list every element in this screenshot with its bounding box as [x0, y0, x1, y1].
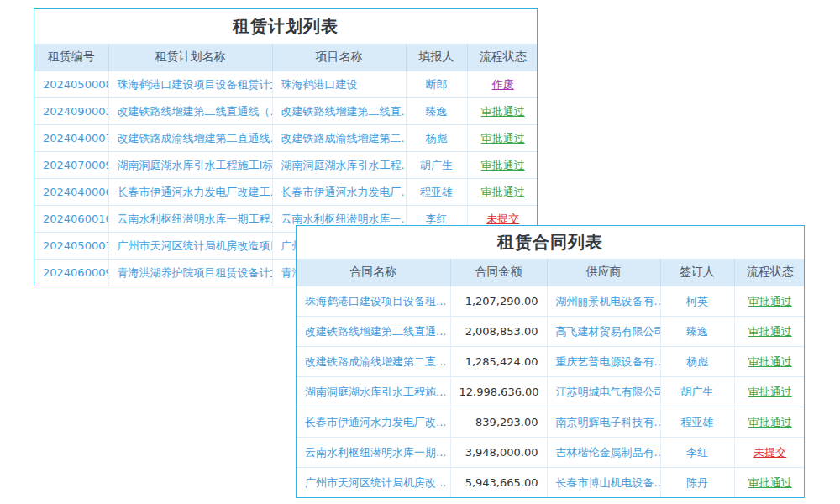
id-link[interactable]: 2024040007 [43, 132, 108, 144]
cell-signer[interactable]: 程亚雄 [660, 407, 734, 438]
name-link[interactable]: 云南水利枢纽潜明水库一期... [305, 446, 446, 459]
id-link[interactable]: 2024070009 [43, 159, 108, 171]
cell-plan[interactable]: 珠海鹤港口建设项目设备租赁计划 [108, 71, 272, 98]
status-link[interactable]: 审批通过 [481, 186, 525, 198]
project-link[interactable]: 改建铁路线增建第二线直... [281, 105, 407, 118]
reporter-link[interactable]: 李红 [426, 213, 448, 225]
plan-link[interactable]: 长春市伊通河水力发电厂改建工... [118, 186, 273, 198]
cell-plan[interactable]: 湖南洞庭湖水库引水工程施工I标... [108, 152, 272, 179]
cell-project[interactable]: 长春市伊通河水力发电厂... [272, 179, 406, 206]
cell-reporter[interactable]: 断郎 [406, 71, 467, 98]
cell-status[interactable]: 审批通过 [467, 98, 538, 125]
name-link[interactable]: 长春市伊通河水力发电厂改... [305, 416, 446, 428]
cell-supplier[interactable]: 重庆艺普电源设备有... [547, 347, 660, 377]
plan-link[interactable]: 云南水利枢纽潜明水库一期工程... [118, 213, 273, 225]
reporter-link[interactable]: 断郎 [426, 78, 448, 91]
plan-link[interactable]: 珠海鹤港口建设项目设备租赁计划 [118, 78, 273, 91]
cell-status[interactable]: 审批通过 [467, 152, 538, 179]
cell-supplier[interactable]: 湖州丽景机电设备有... [547, 286, 660, 317]
status-link[interactable]: 审批通过 [748, 386, 792, 398]
plan-link[interactable]: 青海洪湖养护院项目租赁设备计划 [118, 266, 273, 279]
signer-link[interactable]: 陈丹 [686, 476, 708, 489]
cell-supplier[interactable]: 高飞建材贸易有限公司 [547, 317, 660, 347]
cell-status[interactable]: 审批通过 [467, 179, 538, 206]
cell-reporter[interactable]: 臻逸 [406, 98, 467, 125]
status-link[interactable]: 审批通过 [481, 159, 525, 171]
plan-link[interactable]: 改建铁路线增建第二线直通线（... [118, 105, 273, 118]
cell-name[interactable]: 云南水利枢纽潜明水库一期... [297, 438, 450, 468]
status-link[interactable]: 审批通过 [748, 416, 792, 428]
project-link[interactable]: 云南水利枢纽潜明水库一... [281, 213, 407, 225]
signer-link[interactable]: 杨彪 [686, 355, 708, 368]
signer-link[interactable]: 李红 [686, 446, 708, 459]
cell-name[interactable]: 湖南洞庭湖水库引水工程施... [297, 377, 450, 407]
cell-project[interactable]: 珠海鹤港口建设 [272, 71, 406, 98]
name-link[interactable]: 改建铁路线增建第二线直通... [305, 325, 446, 338]
signer-link[interactable]: 臻逸 [686, 325, 708, 338]
id-link[interactable]: 2024050008 [43, 78, 108, 91]
id-link[interactable]: 2024050007 [43, 239, 108, 252]
cell-status[interactable]: 审批通过 [734, 407, 805, 438]
status-link[interactable]: 作废 [492, 78, 514, 91]
cell-id[interactable]: 2024090003 [34, 98, 108, 125]
supplier-link[interactable]: 江苏明城电气有限公司 [556, 386, 661, 398]
cell-signer[interactable]: 陈丹 [660, 468, 734, 498]
cell-supplier[interactable]: 南京明辉电子科技有... [547, 407, 660, 438]
id-link[interactable]: 2024090003 [43, 105, 108, 118]
cell-plan[interactable]: 云南水利枢纽潜明水库一期工程... [108, 206, 272, 233]
supplier-link[interactable]: 吉林楷伦金属制品有... [556, 446, 661, 459]
status-link[interactable]: 审批通过 [748, 325, 792, 338]
cell-name[interactable]: 珠海鹤港口建设项目设备租... [297, 286, 450, 317]
cell-id[interactable]: 2024060010 [34, 206, 108, 233]
cell-plan[interactable]: 改建铁路线增建第二线直通线（... [108, 98, 272, 125]
cell-reporter[interactable]: 胡广生 [406, 152, 467, 179]
project-link[interactable]: 珠海鹤港口建设 [281, 78, 358, 91]
reporter-link[interactable]: 杨彪 [426, 132, 448, 144]
cell-signer[interactable]: 杨彪 [660, 347, 734, 377]
project-link[interactable]: 湖南洞庭湖水库引水工程... [281, 159, 407, 171]
cell-plan[interactable]: 广州市天河区统计局机房改造项目 [108, 233, 272, 260]
cell-signer[interactable]: 李红 [660, 438, 734, 468]
cell-id[interactable]: 2024070009 [34, 152, 108, 179]
project-link[interactable]: 改建铁路成渝线增建第二... [281, 132, 407, 144]
supplier-link[interactable]: 湖州丽景机电设备有... [556, 295, 661, 307]
cell-signer[interactable]: 胡广生 [660, 377, 734, 407]
cell-id[interactable]: 2024050008 [34, 71, 108, 98]
cell-reporter[interactable]: 程亚雄 [406, 179, 467, 206]
cell-supplier[interactable]: 吉林楷伦金属制品有... [547, 438, 660, 468]
id-link[interactable]: 2024040006 [43, 186, 108, 198]
status-link[interactable]: 未提交 [753, 446, 786, 459]
status-link[interactable]: 未提交 [486, 213, 519, 225]
cell-plan[interactable]: 长春市伊通河水力发电厂改建工... [108, 179, 272, 206]
status-link[interactable]: 审批通过 [748, 355, 792, 368]
cell-name[interactable]: 改建铁路成渝线增建第二直... [297, 347, 450, 377]
cell-status[interactable]: 作废 [467, 71, 538, 98]
signer-link[interactable]: 胡广生 [681, 386, 714, 398]
status-link[interactable]: 审批通过 [748, 476, 792, 489]
cell-name[interactable]: 长春市伊通河水力发电厂改... [297, 407, 450, 438]
plan-link[interactable]: 广州市天河区统计局机房改造项目 [118, 239, 273, 252]
status-link[interactable]: 审批通过 [748, 295, 792, 307]
cell-status[interactable]: 审批通过 [734, 468, 805, 498]
signer-link[interactable]: 程亚雄 [681, 416, 714, 428]
cell-status[interactable]: 审批通过 [734, 347, 805, 377]
cell-reporter[interactable]: 杨彪 [406, 125, 467, 152]
id-link[interactable]: 2024060009 [43, 266, 108, 279]
reporter-link[interactable]: 臻逸 [426, 105, 448, 118]
supplier-link[interactable]: 高飞建材贸易有限公司 [556, 325, 661, 338]
cell-plan[interactable]: 改建铁路成渝线增建第二直通线... [108, 125, 272, 152]
cell-project[interactable]: 改建铁路成渝线增建第二... [272, 125, 406, 152]
cell-signer[interactable]: 柯英 [660, 286, 734, 317]
name-link[interactable]: 湖南洞庭湖水库引水工程施... [305, 386, 446, 398]
cell-status[interactable]: 未提交 [734, 438, 805, 468]
cell-name[interactable]: 改建铁路线增建第二线直通... [297, 317, 450, 347]
id-link[interactable]: 2024060010 [43, 213, 108, 225]
status-link[interactable]: 审批通过 [481, 105, 525, 118]
name-link[interactable]: 珠海鹤港口建设项目设备租... [305, 295, 446, 307]
name-link[interactable]: 广州市天河区统计局机房改... [305, 476, 446, 489]
cell-id[interactable]: 2024040007 [34, 125, 108, 152]
signer-link[interactable]: 柯英 [686, 295, 708, 307]
cell-id[interactable]: 2024040006 [34, 179, 108, 206]
cell-status[interactable]: 审批通过 [734, 286, 805, 317]
cell-supplier[interactable]: 长春市博山机电设备... [547, 468, 660, 498]
